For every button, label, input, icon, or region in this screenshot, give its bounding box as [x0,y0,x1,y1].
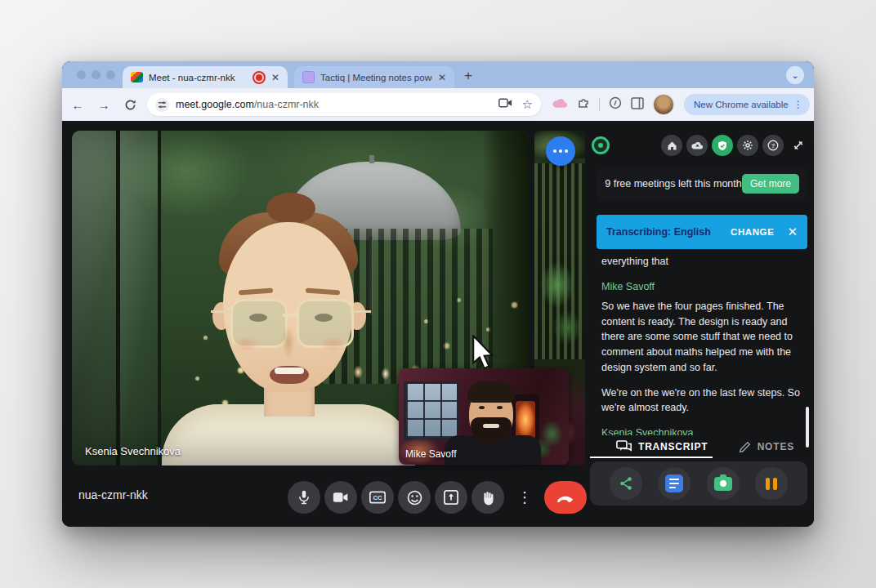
url-path: /nua-czmr-nkk [254,99,319,110]
person-eye [479,406,485,409]
svg-text:CC: CC [373,494,382,501]
participant-name-label: Ksenia Svechnikova [85,445,181,457]
site-settings-tune-icon[interactable] [155,98,169,112]
tab-tactiq[interactable]: Tactiq | Meeting notes powe ✕ [294,66,454,88]
change-language-button[interactable]: CHANGE [731,227,774,237]
profile-avatar[interactable] [653,94,674,115]
docs-icon[interactable] [658,467,691,500]
tactiq-tabs: TRANSCRIPT NOTES [597,436,807,457]
close-icon[interactable]: ✕ [787,225,798,239]
transcribing-label: Transcribing: English [606,226,711,238]
new-tab-button[interactable]: + [464,68,472,84]
scene-window [404,381,459,440]
extension-circle-icon[interactable] [609,96,622,113]
tab-title: Meet - nua-czmr-nkk [149,73,247,82]
url-domain: meet.google.com [176,99,254,110]
desktop-background: Meet - nua-czmr-nkk ✕ Tactiq | Meeting n… [0,0,876,588]
browser-window: Meet - nua-czmr-nkk ✕ Tactiq | Meeting n… [62,61,814,527]
meeting-code-label: nua-czmr-nkk [78,488,148,501]
tactiq-sidebar: ? 9 free meetings left this month Get mo… [590,131,809,523]
tactiq-action-bar [590,461,807,506]
captions-icon[interactable]: CC [361,481,394,514]
back-icon[interactable]: ← [67,94,88,115]
tab-title: Tactiq | Meeting notes powe [320,73,432,82]
chat-icon [616,440,632,453]
transcript-speaker: Ksenia Svechnikova [601,427,802,435]
tab-strip: Meet - nua-czmr-nkk ✕ Tactiq | Meeting n… [62,61,814,88]
get-more-button[interactable]: Get more [742,174,799,194]
microphone-icon[interactable] [288,481,320,514]
tab-transcript[interactable]: TRANSCRIPT [616,440,708,453]
camera-icon[interactable] [324,481,357,514]
end-call-icon[interactable] [544,481,587,514]
free-meetings-banner: 9 free meetings left this month Get more [597,167,807,201]
tab-label: TRANSCRIPT [638,441,708,452]
tab-label: NOTES [758,441,794,452]
close-tab-icon[interactable]: ✕ [438,73,446,82]
gear-icon[interactable] [737,135,758,156]
transcript-text: We're on the we're on the last few steps… [601,385,802,416]
extensions-puzzle-icon[interactable] [577,96,590,113]
tactiq-logo-icon[interactable] [592,136,610,154]
bookmark-star-icon[interactable]: ☆ [522,97,533,112]
floating-chat-dots-bubble[interactable] [546,136,575,166]
transcribing-language-bar: Transcribing: English CHANGE ✕ [597,215,807,249]
window-close-button[interactable] [77,70,86,79]
present-icon[interactable] [435,481,467,514]
window-minimize-button[interactable] [92,70,101,79]
home-icon[interactable] [661,135,682,156]
side-panel-icon[interactable] [631,97,644,113]
tactiq-cloud-icon[interactable] [552,97,568,112]
recording-indicator-icon [253,71,266,84]
meet-favicon [131,72,143,82]
person-mouth [483,424,499,428]
close-tab-icon[interactable]: ✕ [271,73,279,82]
transcript-text: everything that [601,254,802,270]
forward-icon[interactable]: → [93,94,114,115]
tactiq-header: ? [592,132,809,158]
active-tab-underline [590,457,713,458]
help-icon[interactable]: ? [762,135,784,156]
reactions-icon[interactable] [398,481,431,514]
transcript-speaker: Mike Savoff [601,281,802,292]
pause-icon[interactable] [755,467,788,500]
chrome-update-pill[interactable]: New Chrome available ⋮ [684,94,810,115]
more-menu-icon[interactable]: ⋮ [793,99,803,110]
address-bar[interactable]: meet.google.com/nua-czmr-nkk ☆ [147,93,541,116]
screenshot-camera-icon[interactable] [707,467,740,500]
plug-icon[interactable] [788,135,809,156]
update-pill-label: New Chrome available [694,100,789,109]
scene-plants [534,253,585,359]
tab-search-button[interactable]: ⌄ [786,66,804,84]
window-zoom-button[interactable] [106,70,115,79]
person-hair [467,381,515,403]
mouse-cursor [471,335,497,376]
browser-toolbar: ← → meet.google.com/nua-czmr-nkk ☆ New C… [62,88,814,121]
free-meetings-text: 9 free meetings left this month [605,177,742,190]
shield-check-icon[interactable] [712,135,733,156]
tab-meet[interactable]: Meet - nua-czmr-nkk ✕ [123,66,288,88]
share-icon[interactable] [610,467,642,500]
pip-video-tile[interactable]: Mike Savoff [399,368,569,465]
person-eye [497,406,503,409]
more-options-icon[interactable]: ⋮ [508,481,541,514]
reload-icon[interactable] [119,94,141,115]
camera-permission-icon[interactable] [498,97,512,112]
url-text: meet.google.com/nua-czmr-nkk [176,99,494,110]
tactiq-favicon [302,71,315,83]
transcript-text: So we have the four pages finished. The … [601,299,802,376]
transcript-list[interactable]: everything thatMike SavoffSo we have the… [597,249,807,435]
raise-hand-icon[interactable] [472,481,504,514]
meet-page: Ksenia Svechnikova Mike Savoff [62,121,814,527]
participant-name-label: Mike Savoff [405,448,456,460]
tab-notes[interactable]: NOTES [739,441,794,453]
cloud-upload-icon[interactable] [686,135,708,156]
svg-text:?: ? [771,142,775,149]
pencil-icon [739,441,751,453]
toolbar-divider [599,98,600,111]
